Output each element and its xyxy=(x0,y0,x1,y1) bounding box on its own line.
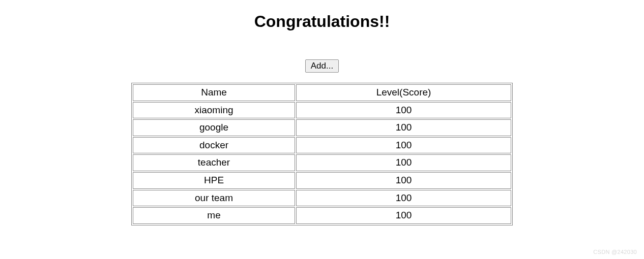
header-name: Name xyxy=(133,84,295,101)
watermark: CSDN @242030 xyxy=(593,249,637,255)
table-header-row: Name Level(Score) xyxy=(133,84,511,101)
table-row: our team 100 xyxy=(133,190,511,207)
cell-name: HPE xyxy=(133,172,295,189)
cell-score: 100 xyxy=(296,207,511,224)
add-button[interactable]: Add... xyxy=(305,59,339,73)
table-row: teacher 100 xyxy=(133,154,511,171)
add-button-wrap: Add... xyxy=(0,59,644,73)
cell-score: 100 xyxy=(296,119,511,136)
cell-name: our team xyxy=(133,190,295,207)
table-row: me 100 xyxy=(133,207,511,224)
cell-name: google xyxy=(133,119,295,136)
cell-score: 100 xyxy=(296,102,511,119)
table-row: xiaoming 100 xyxy=(133,102,511,119)
header-score: Level(Score) xyxy=(296,84,511,101)
score-table: Name Level(Score) xiaoming 100 google 10… xyxy=(131,83,513,225)
page-container: Congratulations!! Add... Name Level(Scor… xyxy=(0,12,644,225)
cell-score: 100 xyxy=(296,190,511,207)
table-row: google 100 xyxy=(133,119,511,136)
cell-name: teacher xyxy=(133,154,295,171)
table-row: docker 100 xyxy=(133,137,511,154)
page-title: Congratulations!! xyxy=(0,12,644,31)
cell-name: me xyxy=(133,207,295,224)
cell-score: 100 xyxy=(296,154,511,171)
table-row: HPE 100 xyxy=(133,172,511,189)
cell-name: docker xyxy=(133,137,295,154)
cell-score: 100 xyxy=(296,172,511,189)
cell-name: xiaoming xyxy=(133,102,295,119)
cell-score: 100 xyxy=(296,137,511,154)
